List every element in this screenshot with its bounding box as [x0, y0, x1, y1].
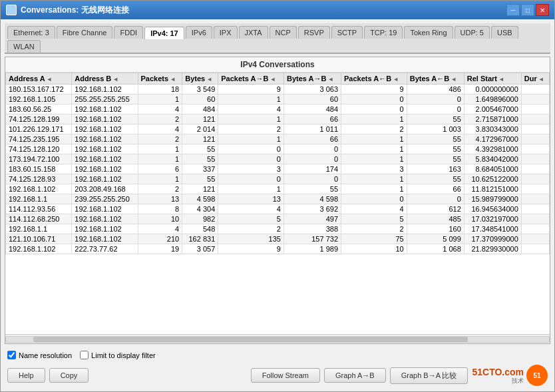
tab-7[interactable]: NCP — [270, 26, 297, 39]
cell-2-0: 183.60.56.25 — [6, 104, 72, 114]
minimize-button[interactable]: ─ — [506, 4, 520, 16]
maximize-button[interactable]: □ — [521, 4, 534, 16]
tab-5[interactable]: IPX — [214, 26, 238, 39]
follow-stream-button[interactable]: Follow Stream — [251, 368, 320, 383]
limit-filter-label[interactable]: Limit to display filter — [80, 351, 156, 359]
cell-1-7: 0 — [407, 95, 464, 104]
cell-0-1: 192.168.1.102 — [72, 85, 138, 95]
cell-1-9 — [521, 95, 549, 104]
col-header-7[interactable]: Bytes A←B◄ — [407, 73, 464, 85]
cell-14-2: 4 — [138, 224, 182, 234]
col-header-5[interactable]: Bytes A→B◄ — [283, 73, 341, 85]
col-header-4[interactable]: Packets A→B◄ — [218, 73, 284, 85]
cell-5-6: 1 — [341, 134, 407, 144]
cell-9-0: 74.125.128.93 — [6, 174, 72, 184]
table-row[interactable]: 74.125.235.195192.168.1.10221211661554.1… — [6, 134, 550, 144]
col-header-9[interactable]: Dur◄ — [521, 73, 549, 85]
cell-8-7: 163 — [407, 164, 464, 174]
cell-4-4: 2 — [218, 124, 284, 134]
cell-14-0: 192.168.1.1 — [6, 224, 72, 234]
col-header-0[interactable]: Address A◄ — [6, 73, 72, 85]
col-header-1[interactable]: Address B◄ — [72, 73, 138, 85]
table-row[interactable]: 114.112.68.250192.168.1.1021098254975485… — [6, 214, 550, 224]
tab-1[interactable]: Fibre Channe — [57, 26, 113, 39]
cell-0-3: 3 549 — [182, 85, 218, 95]
cell-2-7: 0 — [407, 104, 464, 114]
name-resolution-label[interactable]: Name resolution — [7, 351, 72, 359]
table-row[interactable]: 192.168.1.105255.255.255.255160160001.64… — [6, 95, 550, 104]
graph-ab-button[interactable]: Graph A→B — [324, 368, 386, 383]
cell-1-5: 60 — [283, 95, 341, 104]
table-row[interactable]: 101.226.129.171192.168.1.10242 01421 011… — [6, 124, 550, 134]
cell-6-0: 74.125.128.120 — [6, 144, 72, 154]
watermark-sub1: 技术 — [472, 377, 524, 385]
table-row[interactable]: 74.125.128.93192.168.1.1021550015510.625… — [6, 174, 550, 184]
copy-button[interactable]: Copy — [49, 368, 89, 383]
horizontal-scrollbar[interactable] — [5, 334, 550, 343]
col-header-3[interactable]: Bytes◄ — [182, 73, 218, 85]
cell-2-8: 2.005467000 — [464, 104, 521, 114]
cell-12-7: 612 — [407, 204, 464, 214]
tab-2[interactable]: FDDI — [114, 26, 143, 39]
cell-8-9 — [521, 164, 549, 174]
name-resolution-checkbox[interactable] — [7, 351, 16, 359]
main-window: Conversations: 无线网络连接 ─ □ ✕ Ethernet: 3F… — [0, 0, 555, 392]
col-header-8[interactable]: Rel Start◄ — [464, 73, 521, 85]
tab-8[interactable]: RSVP — [298, 26, 330, 39]
table-container[interactable]: Address A◄Address B◄Packets◄Bytes◄Packet… — [5, 73, 550, 334]
graph-ba-button[interactable]: Graph B→A 比较 — [390, 367, 468, 384]
tab-13[interactable]: USB — [491, 26, 518, 39]
cell-4-8: 3.830343000 — [464, 124, 521, 134]
col-header-6[interactable]: Packets A←B◄ — [341, 73, 407, 85]
tab-3[interactable]: IPv4: 17 — [144, 27, 184, 39]
tab-0[interactable]: Ethernet: 3 — [7, 26, 55, 39]
cell-4-1: 192.168.1.102 — [72, 124, 138, 134]
table-row[interactable]: 173.194.72.100192.168.1.102155001555.834… — [6, 154, 550, 164]
cell-10-2: 2 — [138, 184, 182, 194]
tab-14[interactable]: WLAN — [7, 40, 41, 53]
cell-8-3: 337 — [182, 164, 218, 174]
tab-12[interactable]: UDP: 5 — [455, 26, 490, 39]
table-row[interactable]: 192.168.1.102203.208.49.168212115516611.… — [6, 184, 550, 194]
close-button[interactable]: ✕ — [536, 4, 549, 16]
cell-15-3: 162 831 — [182, 234, 218, 244]
cell-16-0: 192.168.1.102 — [6, 244, 72, 254]
table-row[interactable]: 74.125.128.120192.168.1.102155001554.392… — [6, 144, 550, 154]
table-row[interactable]: 192.168.1.102222.73.77.62193 05791 98910… — [6, 244, 550, 254]
table-row[interactable]: 121.10.106.71192.168.1.102210162 8311351… — [6, 234, 550, 244]
cell-14-6: 2 — [341, 224, 407, 234]
tab-4[interactable]: IPv6 — [186, 26, 212, 39]
table-row[interactable]: 114.112.93.56192.168.1.10284 30443 69246… — [6, 204, 550, 214]
tab-9[interactable]: SCTP — [331, 26, 363, 39]
table-row[interactable]: 192.168.1.1192.168.1.10245482388216017.3… — [6, 224, 550, 234]
tab-10[interactable]: TCP: 19 — [364, 26, 403, 39]
cell-3-2: 2 — [138, 114, 182, 124]
cell-8-4: 3 — [218, 164, 284, 174]
table-row[interactable]: 183.60.56.25192.168.1.10244844484002.005… — [6, 104, 550, 114]
cell-9-8: 10.625122000 — [464, 174, 521, 184]
cell-4-9 — [521, 124, 549, 134]
tab-11[interactable]: Token Ring — [404, 26, 453, 39]
table-row[interactable]: 180.153.167.172192.168.1.102183 54993 06… — [6, 85, 550, 95]
cell-11-5: 4 598 — [283, 194, 341, 204]
help-button[interactable]: Help — [7, 368, 45, 383]
cell-7-4: 0 — [218, 154, 284, 164]
tab-6[interactable]: JXTA — [239, 26, 268, 39]
cell-16-1: 222.73.77.62 — [72, 244, 138, 254]
col-header-2[interactable]: Packets◄ — [138, 73, 182, 85]
title-controls: ─ □ ✕ — [506, 4, 549, 16]
cell-13-3: 982 — [182, 214, 218, 224]
cell-7-5: 0 — [283, 154, 341, 164]
limit-filter-checkbox[interactable] — [80, 351, 89, 359]
cell-5-4: 1 — [218, 134, 284, 144]
cell-15-7: 5 099 — [407, 234, 464, 244]
cell-10-4: 1 — [218, 184, 284, 194]
footer: Name resolution Limit to display filter … — [5, 347, 550, 387]
cell-2-2: 4 — [138, 104, 182, 114]
cell-1-4: 1 — [218, 95, 284, 104]
cell-10-6: 1 — [341, 184, 407, 194]
cell-15-2: 210 — [138, 234, 182, 244]
table-row[interactable]: 192.168.1.1239.255.255.250134 598134 598… — [6, 194, 550, 204]
table-row[interactable]: 74.125.128.199192.168.1.10221211661552.7… — [6, 114, 550, 124]
table-row[interactable]: 183.60.15.158192.168.1.1026337317431638.… — [6, 164, 550, 174]
